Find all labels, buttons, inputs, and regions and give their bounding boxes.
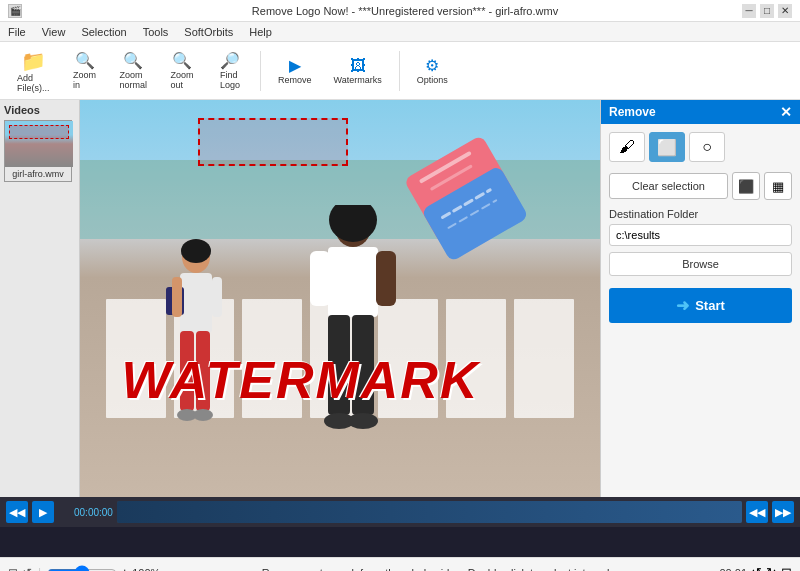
zoom-in-icon: 🔍 (75, 51, 95, 70)
timeline-track[interactable] (117, 501, 742, 523)
destination-folder-label: Destination Folder (609, 208, 792, 220)
video-thumb-image (5, 121, 73, 167)
clear-selection-button[interactable]: Clear selection (609, 173, 728, 199)
destination-folder-input[interactable] (609, 224, 792, 246)
svg-rect-14 (376, 251, 396, 306)
find-logo-label: FindLogo (220, 70, 240, 90)
video-filename-label: girl-afro.wmv (5, 167, 71, 181)
eraser-icon-overlay (405, 130, 535, 280)
menu-bar: File View Selection Tools SoftOrbits Hel… (0, 22, 800, 42)
timeline-end-prev-button[interactable]: ◀◀ (746, 501, 768, 523)
rect-icon: ⬜ (657, 138, 677, 157)
menu-tools[interactable]: Tools (135, 22, 177, 41)
svg-rect-2 (180, 273, 212, 333)
svg-rect-12 (328, 247, 378, 317)
minimize-button[interactable]: ─ (742, 4, 756, 18)
add-files-icon: 📁 (21, 49, 46, 73)
main-area: Videos girl-afro.wmv (0, 100, 800, 497)
start-arrow-icon: ➜ (676, 296, 689, 315)
svg-rect-4 (172, 277, 182, 317)
video-preview[interactable]: WATERMARK (80, 100, 600, 497)
start-button[interactable]: ➜ Start (609, 288, 792, 323)
status-crop-icon: ⊡ (8, 566, 18, 572)
duration-display: 00:01 (719, 567, 747, 572)
right-panel: Remove ✕ 🖌 ⬜ ○ Clear selection ⬛ (600, 100, 800, 497)
zoom-icon-plus: + (121, 566, 128, 572)
right-panel-title: Remove (609, 105, 656, 119)
close-button[interactable]: ✕ (778, 4, 792, 18)
add-files-button[interactable]: 📁 AddFile(s)... (8, 46, 59, 96)
watermarks-label: Watermarks (334, 75, 382, 85)
watermarks-button[interactable]: 🖼 Watermarks (325, 46, 391, 96)
timeline-time-display: 00:00:00 (74, 507, 113, 518)
status-right: 00:01 ↺ ↻ ⊡ (719, 565, 792, 571)
zoom-normal-icon: 🔍 (123, 51, 143, 70)
status-save-icon[interactable]: ↻ (766, 565, 777, 571)
selection-icon-a-button[interactable]: ⬛ (732, 172, 760, 200)
timeline-area: ◀◀ ▶ 00:00:00 ◀◀ ▶▶ (0, 497, 800, 557)
videos-panel: Videos girl-afro.wmv (0, 100, 80, 497)
status-bar: ⊡ ↺ | + 100% Remove watermark from the w… (0, 557, 800, 571)
watermarks-icon: 🖼 (350, 57, 366, 75)
status-refresh-icon[interactable]: ↺ (751, 565, 762, 571)
timeline-end-next-button[interactable]: ▶▶ (772, 501, 794, 523)
maximize-button[interactable]: □ (760, 4, 774, 18)
mode-tabs: 🖌 ⬜ ○ (609, 132, 792, 162)
zoom-in-label: Zoomin (73, 70, 96, 90)
svg-point-1 (181, 239, 211, 263)
brush-icon: 🖌 (619, 138, 635, 156)
zoom-in-button[interactable]: 🔍 Zoomin (63, 46, 107, 96)
selection-icon-b-button[interactable]: ▦ (764, 172, 792, 200)
selection-box[interactable] (198, 118, 348, 166)
selection-icon-b: ▦ (772, 179, 784, 194)
zoom-slider[interactable] (47, 565, 117, 572)
video-thumbnail[interactable]: girl-afro.wmv (4, 120, 72, 182)
mode-tab-rect[interactable]: ⬜ (649, 132, 685, 162)
waveform-area (0, 527, 800, 557)
zoom-percentage: 100% (132, 567, 160, 572)
menu-view[interactable]: View (34, 22, 74, 41)
clear-selection-row: Clear selection ⬛ ▦ (609, 172, 792, 200)
menu-softorbits[interactable]: SoftOrbits (176, 22, 241, 41)
right-panel-close-button[interactable]: ✕ (780, 104, 792, 120)
videos-panel-header: Videos (4, 104, 75, 116)
status-message: Remove watermark from the whole video. D… (160, 567, 719, 572)
watermark-text-overlay: WATERMARK (122, 350, 480, 410)
options-icon: ⚙ (425, 56, 439, 75)
toolbar-separator-2 (399, 51, 400, 91)
remove-label: Remove (278, 75, 312, 85)
person-woman (158, 237, 238, 457)
find-logo-button[interactable]: 🔎 FindLogo (208, 46, 252, 96)
svg-point-18 (348, 413, 378, 429)
start-label: Start (695, 298, 725, 313)
timeline-play-button[interactable]: ▶ (32, 501, 54, 523)
find-logo-icon: 🔎 (220, 51, 240, 70)
menu-selection[interactable]: Selection (73, 22, 134, 41)
mode-tab-magic[interactable]: ○ (689, 132, 725, 162)
stripe-7 (514, 299, 574, 418)
svg-point-11 (329, 205, 377, 242)
svg-rect-13 (310, 251, 330, 306)
status-left: ⊡ ↺ | + 100% (8, 565, 160, 572)
zoom-out-button[interactable]: 🔍 Zoomout (160, 46, 204, 96)
browse-button[interactable]: Browse (609, 252, 792, 276)
menu-file[interactable]: File (0, 22, 34, 41)
menu-help[interactable]: Help (241, 22, 280, 41)
timeline-skip-back-button[interactable]: ◀◀ (6, 501, 28, 523)
mode-tab-brush[interactable]: 🖌 (609, 132, 645, 162)
zoom-normal-label: Zoomnormal (120, 70, 148, 90)
status-separator: | (38, 566, 41, 572)
zoom-out-icon: 🔍 (172, 51, 192, 70)
timeline-controls: ◀◀ ▶ 00:00:00 ◀◀ ▶▶ (0, 497, 800, 527)
remove-icon: ▶ (289, 56, 301, 75)
magic-icon: ○ (702, 138, 712, 156)
zoom-normal-button[interactable]: 🔍 Zoomnormal (111, 46, 157, 96)
remove-button[interactable]: ▶ Remove (269, 46, 321, 96)
right-panel-header: Remove ✕ (601, 100, 800, 124)
toolbar: 📁 AddFile(s)... 🔍 Zoomin 🔍 Zoomnormal 🔍 … (0, 42, 800, 100)
options-button[interactable]: ⚙ Options (408, 46, 457, 96)
status-crop-right-icon[interactable]: ⊡ (781, 565, 792, 571)
svg-point-9 (193, 409, 213, 421)
person-man (298, 205, 408, 465)
toolbar-separator (260, 51, 261, 91)
